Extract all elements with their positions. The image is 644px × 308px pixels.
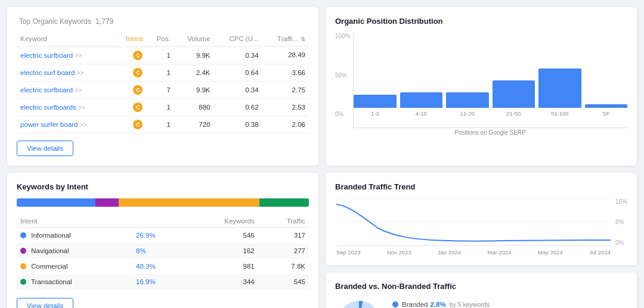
col-traffic: Traffi... ⇅ — [262, 33, 309, 46]
intent-table: Intent Keywords Traffic Informational 26… — [17, 215, 309, 290]
intent-name-cell: Navigational — [17, 243, 132, 259]
vol-cell: 9.9K — [174, 81, 214, 98]
trend-wrapper: Sep 2023Nov 2023Jan 2024Mar 2024May 2024… — [335, 198, 627, 256]
traffic-cell: 2.06 — [262, 116, 309, 133]
pos-cell: 1 — [146, 64, 174, 81]
cpc-cell: 0.34 — [214, 46, 262, 64]
intent-segment — [259, 198, 309, 207]
table-row: electric surfboards >> C 1 880 0.62 2.53 — [17, 98, 309, 116]
top-keywords-view-details[interactable]: View details — [17, 141, 73, 156]
list-item: Commercial 48.3% 981 7.8K — [17, 259, 309, 274]
intent-kw-cell: 162 — [185, 243, 258, 259]
intent-segment — [17, 198, 95, 207]
traffic-cell: 3.66 — [262, 64, 309, 81]
vol-cell: 9.9K — [174, 46, 214, 64]
trend-x-label: Mar 2024 — [487, 249, 511, 256]
intent-traffic-cell: 7.8K — [258, 259, 309, 274]
intent-view-details[interactable]: View details — [17, 298, 73, 309]
bar — [354, 95, 397, 108]
branded-trend-title: Branded Traffic Trend — [335, 182, 627, 191]
intent-pct-cell: 8% — [132, 243, 185, 259]
pos-cell: 1 — [146, 116, 174, 133]
pos-cell: 7 — [146, 81, 174, 98]
bar-label: 4-10 — [416, 110, 427, 117]
list-item: Transactional 16.9% 344 545 — [17, 274, 309, 290]
kw-cell[interactable]: power surfer board >> — [17, 116, 114, 133]
branded-section: Branded 2.8% by 5 keywords Non-Branded 9… — [335, 298, 627, 309]
list-item: Informational 26.9% 546 317 — [17, 227, 309, 243]
pos-cell: 1 — [146, 46, 174, 64]
bar-group: 51-100 — [538, 69, 581, 117]
branded-legend: Branded 2.8% by 5 keywords Non-Branded 9… — [392, 301, 516, 309]
vol-cell: 2.4K — [174, 64, 214, 81]
list-item: Navigational 8% 162 277 — [17, 243, 309, 259]
intent-pct-cell: 16.9% — [132, 274, 185, 290]
intent-col-name: Intent — [17, 215, 132, 228]
right-column: Branded Traffic Trend Sep 2023Nov 2023Ja… — [326, 173, 637, 309]
pos-cell: 1 — [146, 98, 174, 116]
intent-dot — [20, 279, 26, 285]
intent-cell: C — [114, 116, 146, 133]
intent-traffic-cell: 317 — [258, 227, 309, 243]
intent-kw-cell: 344 — [185, 274, 258, 290]
intent-cell: C — [114, 98, 146, 116]
bar-group: SF — [585, 104, 628, 117]
trend-y-labels: 16% 8% 0% — [615, 198, 627, 246]
col-cpc: CPC (U... — [214, 33, 262, 46]
trend-svg-container: Sep 2023Nov 2023Jan 2024Mar 2024May 2024… — [335, 198, 612, 256]
bar-label: SF — [602, 110, 609, 117]
top-keywords-title: Top Organic Keywords 1,779 — [17, 17, 309, 26]
branded-dot — [392, 301, 398, 307]
table-row: electric surfboard >> C 1 9.9K 0.34 28.4… — [17, 46, 309, 64]
branded-vs-non-title: Branded vs. Non-Branded Traffic — [335, 282, 627, 291]
x-axis-title: Positions on Google SERP — [353, 129, 627, 136]
bar-label: 1-3 — [371, 110, 379, 117]
kw-cell[interactable]: electric surf board >> — [17, 64, 114, 81]
traffic-cell: 28.49 — [262, 46, 309, 64]
intent-dot — [20, 248, 26, 254]
cpc-cell: 0.62 — [214, 98, 262, 116]
bar-group: 21-50 — [493, 80, 535, 117]
keywords-table: Keyword Intent Pos. Volume CPC (U... Tra… — [17, 33, 309, 133]
vol-cell: 880 — [174, 98, 214, 116]
col-intent: Intent — [114, 33, 146, 46]
intent-dot — [20, 263, 26, 269]
bar — [585, 104, 628, 108]
branded-vs-non-card: Branded vs. Non-Branded Traffic Branded — [326, 272, 637, 309]
bar-group: 11-20 — [446, 92, 489, 117]
kw-cell[interactable]: electric surfboard >> — [17, 81, 114, 98]
trend-x-label: Jul 2024 — [589, 249, 611, 256]
bar — [538, 69, 581, 108]
bar-label: 11-20 — [460, 110, 475, 117]
intent-name-cell: Transactional — [17, 274, 132, 290]
kw-cell[interactable]: electric surfboard >> — [17, 46, 114, 64]
trend-x-label: Nov 2023 — [387, 249, 411, 256]
traffic-cell: 2.75 — [262, 81, 309, 98]
kw-cell[interactable]: electric surfboards >> — [17, 98, 114, 116]
col-pos: Pos. — [146, 33, 174, 46]
keywords-by-intent-card: Keywords by Intent Intent Keywords Traff… — [7, 173, 318, 309]
intent-traffic-cell: 277 — [258, 243, 309, 259]
intent-bar — [17, 198, 309, 207]
intent-col-keywords: Keywords — [185, 215, 258, 228]
intent-traffic-cell: 545 — [258, 274, 309, 290]
trend-x-labels: Sep 2023Nov 2023Jan 2024Mar 2024May 2024… — [335, 249, 612, 256]
traffic-cell: 2.53 — [262, 98, 309, 116]
cpc-cell: 0.64 — [214, 64, 262, 81]
keywords-by-intent-title: Keywords by Intent — [17, 182, 309, 191]
organic-position-card: Organic Position Distribution 100% 50% 0… — [326, 7, 637, 166]
intent-name-cell: Commercial — [17, 259, 132, 274]
intent-name-cell: Informational — [17, 227, 132, 243]
bar — [493, 80, 535, 108]
intent-dot — [20, 232, 26, 238]
bar-chart-inner: 1-3 4-10 11-20 21-50 51-100 SF — [353, 33, 627, 128]
intent-kw-cell: 981 — [185, 259, 258, 274]
bar-group: 1-3 — [354, 95, 397, 117]
vol-cell: 720 — [174, 116, 214, 133]
cpc-cell: 0.34 — [214, 81, 262, 98]
legend-branded: Branded 2.8% by 5 keywords — [392, 301, 516, 308]
trend-x-label: Jan 2024 — [438, 249, 461, 256]
intent-cell: C — [114, 64, 146, 81]
table-row: electric surf board >> C 1 2.4K 0.64 3.6… — [17, 64, 309, 81]
y-labels: 100% 50% 0% — [335, 33, 351, 128]
